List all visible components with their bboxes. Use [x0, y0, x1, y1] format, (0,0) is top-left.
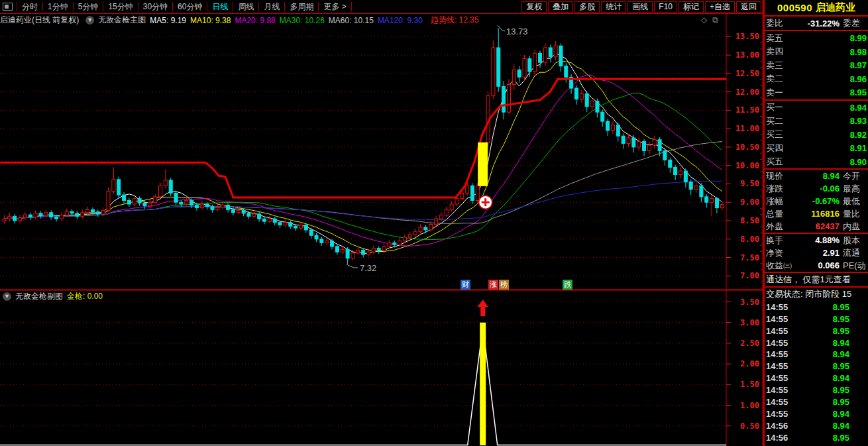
candle-body — [455, 199, 459, 204]
axis-label-sub: 1.00 — [740, 401, 759, 410]
candle-body — [601, 112, 604, 121]
axis-label-sub: 3.50 — [740, 298, 759, 307]
panel-row: 买一8.94 — [765, 101, 868, 115]
tick-price: 8.95 — [799, 397, 868, 407]
candle-body — [81, 213, 84, 217]
candle-body — [627, 138, 630, 143]
signal-line — [0, 327, 726, 445]
axis-label-sub: 1.50 — [740, 380, 759, 389]
candle-body — [679, 171, 682, 175]
tick-price: 8.94 — [799, 409, 868, 419]
candle-body — [523, 59, 526, 78]
candle-body — [622, 136, 625, 143]
candle-body — [398, 241, 402, 245]
candle-body — [356, 250, 360, 252]
tick-time: 14:55 — [765, 373, 799, 383]
candle-body — [674, 167, 677, 174]
axis-label-sub: 2.00 — [740, 359, 759, 368]
ad-banner[interactable]: 通达信， 仅需1元查看 — [765, 273, 868, 286]
candle-body — [611, 125, 614, 131]
candle-body — [268, 219, 271, 221]
candle-body — [263, 219, 266, 221]
axis-label-sub: 3.00 — [740, 318, 759, 327]
candle-body — [403, 237, 406, 241]
candle-body — [117, 180, 121, 195]
tick-price: 8.94 — [799, 421, 868, 431]
axis-label-price: 13.50 — [735, 32, 759, 41]
panel-row-label2: 最低 — [843, 195, 868, 207]
panel-row: 外盘62437内盘 — [765, 220, 868, 233]
axis-label-price: 8.00 — [740, 235, 759, 244]
axis-label-price: 12.00 — [735, 87, 759, 97]
candle-body — [466, 186, 469, 193]
candle-body — [70, 211, 74, 213]
candle-body — [231, 209, 235, 212]
panel-row: 卖二8.96 — [765, 72, 868, 86]
panel-row-value: 8.98 — [796, 47, 868, 57]
candle-body — [180, 202, 183, 204]
panel-row: 收益㈢0.066PE(动 — [765, 259, 868, 272]
panel-row-value: 8.91 — [796, 143, 868, 153]
candle-body — [242, 210, 245, 213]
candle-body — [669, 160, 672, 167]
candle-body — [13, 216, 17, 221]
chevron-down-icon[interactable]: ▼ — [3, 292, 11, 301]
tick-row: 14:568.95 — [765, 431, 868, 443]
candle-body — [502, 86, 506, 112]
axis-label-price: 12.50 — [735, 69, 759, 78]
candle-body — [647, 145, 651, 150]
candle-body — [278, 223, 282, 225]
candle-body — [3, 219, 6, 221]
tick-price: 8.95 — [799, 326, 868, 336]
tag-badge-3[interactable]: 跌 — [563, 280, 572, 290]
tick-row: 14:558.95 — [765, 384, 868, 396]
candle-body — [44, 213, 48, 215]
candle-body — [445, 209, 448, 215]
candle-body — [377, 249, 380, 251]
candle-body — [539, 53, 542, 62]
candle-body — [8, 216, 11, 219]
candle-body — [91, 209, 94, 211]
candle-body — [294, 226, 298, 228]
candle-body — [492, 48, 495, 95]
tick-time: 14:55 — [765, 302, 799, 312]
candle-body — [205, 204, 209, 207]
candle-body — [632, 138, 635, 147]
candle-body — [382, 247, 386, 251]
panel-row-value: 8.93 — [796, 116, 868, 126]
tag-badge-2[interactable]: 榜 — [499, 280, 509, 290]
panel-row-label2: 委差 — [843, 17, 868, 29]
tick-time: 14:55 — [765, 361, 799, 371]
tick-price: 8.95 — [799, 433, 868, 443]
tick-row: 14:568.94 — [765, 419, 868, 431]
axis-label-price: 7.00 — [740, 271, 759, 280]
candle-body — [325, 241, 329, 243]
candle-body — [424, 227, 427, 230]
kline-chart-canvas[interactable]: 13.5013.0012.5012.0011.5011.0010.5010.00… — [0, 0, 763, 446]
panel-row: 卖一8.95 — [765, 85, 868, 99]
candle-body — [341, 249, 344, 252]
tag-badge-0[interactable]: 财 — [461, 280, 470, 290]
panel-row-value: 8.92 — [796, 130, 868, 140]
ma-line-5 — [5, 53, 722, 253]
axis-label-price: 13.00 — [735, 50, 759, 60]
candle-body — [351, 253, 354, 258]
panel-row-label: 涨跌 — [766, 183, 796, 195]
candle-body — [533, 53, 537, 72]
candle-body — [164, 180, 167, 186]
candle-body — [273, 219, 276, 223]
candle-body — [528, 59, 531, 72]
tick-row: 14:558.94 — [765, 372, 868, 384]
candle-body — [658, 140, 661, 151]
panel-row-label: 净资 — [766, 247, 803, 259]
candle-body — [450, 204, 453, 209]
axis-label-price: 10.50 — [735, 142, 759, 152]
panel-row-value: 116816 — [796, 209, 841, 219]
tick-row: 14:558.94 — [765, 408, 868, 420]
panel-row-label: 现价 — [766, 170, 796, 182]
panel-row: 买二8.93 — [765, 114, 868, 128]
tag-badge-1[interactable]: 涨 — [488, 280, 498, 290]
panel-row-label: 买二 — [766, 115, 796, 127]
tick-time: 14:55 — [765, 326, 799, 336]
candle-body — [185, 200, 188, 204]
